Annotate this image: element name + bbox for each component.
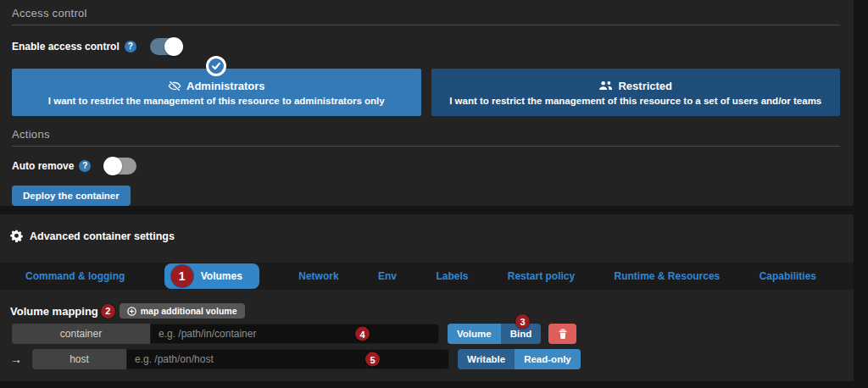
host-path-input[interactable]: [126, 349, 449, 369]
volume-mapping-title: Volume mapping: [10, 305, 98, 318]
section-divider: [12, 146, 840, 147]
ownership-option-administrators[interactable]: Administrators I want to restrict the ma…: [12, 69, 421, 116]
annotation-badge-2: 2: [101, 304, 115, 319]
volume-mode-writable-button[interactable]: Writable: [458, 349, 515, 369]
restricted-title: Restricted: [618, 80, 672, 92]
ownership-box-selector: Administrators I want to restrict the ma…: [12, 69, 840, 116]
volume-host-row: → host 5 Writable Read-only: [10, 349, 842, 369]
administrators-title-row: Administrators: [168, 80, 264, 92]
trash-icon: [558, 329, 568, 340]
volume-type-volume-button[interactable]: Volume: [448, 324, 501, 344]
toggle-knob: [103, 157, 122, 175]
eye-slash-icon: [168, 80, 181, 91]
tab-restart-policy[interactable]: Restart policy: [508, 270, 575, 282]
access-control-panel: Access control Enable access control ?: [0, 0, 854, 206]
actions-section-title: Actions: [12, 116, 840, 141]
administrators-description: I want to restrict the management of thi…: [48, 96, 385, 106]
gear-icon: [10, 230, 23, 242]
toggle-knob: [164, 37, 183, 56]
container-path-field-wrap: 4: [150, 324, 439, 344]
annotation-badge-1: 1: [171, 265, 193, 287]
arrow-right-icon: →: [10, 352, 32, 366]
settings-tab-bar: Command & logging 1 Volumes Network Env …: [0, 263, 854, 290]
container-path-input[interactable]: [150, 324, 439, 344]
annotation-badge-5: 5: [365, 352, 380, 367]
volume-mode-button-group: Writable Read-only: [458, 349, 581, 369]
host-addon-label: host: [32, 349, 126, 369]
container-addon-label: container: [12, 324, 150, 344]
advanced-settings-panel: Advanced container settings Command & lo…: [0, 214, 854, 381]
tab-network[interactable]: Network: [298, 270, 338, 282]
advanced-settings-header: Advanced container settings: [10, 230, 842, 242]
restricted-description: I want to restrict the management of thi…: [449, 96, 821, 106]
advanced-settings-title: Advanced container settings: [30, 230, 175, 242]
volume-type-button-group: Volume Bind 3: [448, 324, 541, 344]
auto-remove-toggle[interactable]: [104, 158, 136, 175]
enable-access-control-row: Enable access control ?: [12, 38, 840, 55]
annotation-badge-3: 3: [515, 314, 530, 329]
annotation-badge-4: 4: [355, 327, 370, 341]
help-icon[interactable]: ?: [79, 160, 91, 172]
volume-container-row: container 4 Volume Bind 3: [12, 324, 842, 344]
section-divider: [12, 25, 840, 25]
restricted-title-row: Restricted: [598, 80, 672, 92]
tab-command-logging[interactable]: Command & logging: [25, 270, 125, 282]
tab-volumes[interactable]: 1 Volumes: [164, 263, 259, 289]
map-additional-volume-button[interactable]: map additional volume: [120, 303, 245, 319]
enable-access-control-toggle[interactable]: [150, 38, 182, 55]
auto-remove-row: Auto remove ?: [12, 158, 840, 175]
plus-circle-icon: [127, 307, 136, 316]
map-additional-volume-label: map additional volume: [141, 306, 237, 316]
tab-volumes-label: Volumes: [201, 270, 242, 282]
users-icon: [598, 80, 613, 91]
auto-remove-label: Auto remove: [12, 160, 74, 172]
tab-labels[interactable]: Labels: [436, 270, 468, 282]
tab-env[interactable]: Env: [378, 270, 397, 282]
tab-capabilities[interactable]: Capabilities: [760, 270, 816, 282]
tab-runtime-resources[interactable]: Runtime & Resources: [615, 270, 721, 282]
help-icon[interactable]: ?: [125, 41, 136, 53]
host-path-field-wrap: 5: [126, 349, 449, 369]
remove-volume-button[interactable]: [548, 324, 576, 344]
volume-mapping-heading: Volume mapping 2 map additional volume: [10, 303, 842, 319]
deploy-container-button[interactable]: Deploy the container: [12, 186, 131, 206]
deploy-container-page: Access control Enable access control ?: [0, 0, 868, 388]
selected-check-icon: [206, 56, 226, 76]
ownership-option-restricted[interactable]: Restricted I want to restrict the manage…: [431, 69, 841, 116]
access-control-section-title: Access control: [12, 0, 840, 19]
volume-mode-readonly-button[interactable]: Read-only: [515, 349, 581, 369]
enable-access-control-label: Enable access control: [12, 41, 120, 53]
administrators-title: Administrators: [186, 80, 264, 92]
